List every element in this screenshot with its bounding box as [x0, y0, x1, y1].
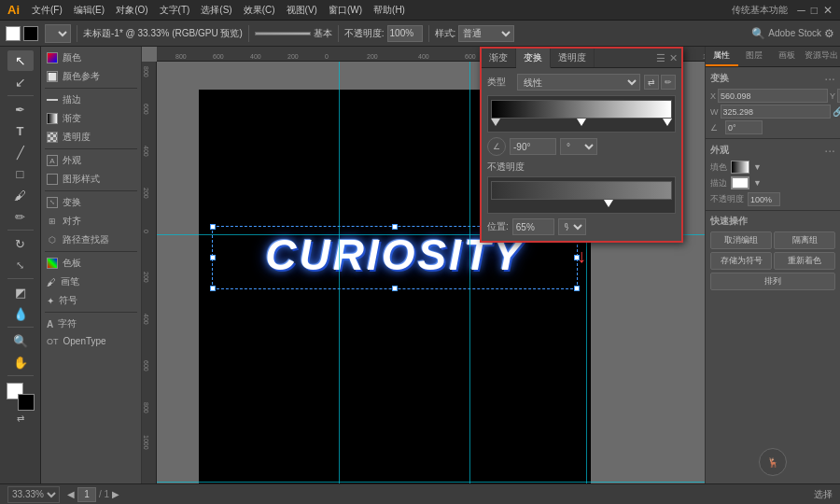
hand-tool[interactable]: ✋	[7, 352, 34, 372]
position-unit[interactable]: %	[558, 218, 586, 235]
grad-stop-mid[interactable]	[577, 119, 586, 126]
tab-properties[interactable]: 属性	[706, 47, 738, 66]
y-label: Y	[830, 91, 835, 101]
zoom-tool[interactable]: 🔍	[7, 330, 34, 351]
angle-input-prop[interactable]	[725, 120, 763, 134]
ungroup-btn[interactable]: 取消编组	[710, 231, 772, 249]
opacity-bar[interactable]	[491, 181, 672, 200]
gradient-bar[interactable]	[491, 100, 672, 119]
fill-swatch[interactable]	[731, 161, 749, 174]
scale-tool[interactable]: ⤡	[7, 255, 34, 275]
arrange-btn[interactable]: 排列	[710, 273, 835, 290]
tab-touming[interactable]: 透明度	[551, 49, 595, 67]
type-select[interactable]: 线性	[517, 74, 640, 91]
side-transform-item[interactable]: ⤡ 变换	[41, 193, 141, 212]
gradient-tool[interactable]: ◩	[7, 282, 34, 302]
panel-close-icon[interactable]: ✕	[669, 52, 678, 64]
tab-jianbian[interactable]: 渐变	[482, 49, 516, 67]
text-tool[interactable]: T	[7, 120, 34, 141]
prev-page-btn[interactable]: ◀	[67, 489, 75, 499]
side-char-item[interactable]: A 字符	[41, 315, 141, 333]
style-select[interactable]: 普通	[458, 25, 514, 42]
opacity-val-input[interactable]	[748, 192, 780, 206]
menu-edit[interactable]: 编辑(E)	[69, 2, 109, 19]
next-page-btn[interactable]: ▶	[112, 489, 119, 499]
right-properties-panel: 属性 图层 画板 资源导出 变换 ··· X Y W 🔗 H	[705, 47, 840, 483]
stroke-arrow[interactable]: ▼	[753, 178, 762, 188]
link-icon[interactable]: 🔗	[833, 106, 841, 117]
close-btn[interactable]: ✕	[823, 4, 833, 17]
grad-reverse-icon[interactable]: ⇄	[644, 75, 659, 90]
menu-object[interactable]: 对象(O)	[111, 2, 152, 19]
fill-arrow[interactable]: ▼	[753, 162, 762, 172]
canvas-area[interactable]: 800 600 400 200 0 200 400 600 800 1000 1…	[142, 47, 705, 483]
tab-artboards[interactable]: 画板	[770, 47, 803, 66]
side-opentype-item[interactable]: OT OpenType	[41, 333, 141, 349]
color-fill-indicator[interactable]	[6, 26, 21, 41]
panel-tabs: 渐变 变换 透明度 ☰ ✕	[482, 49, 681, 68]
minimize-btn[interactable]: ─	[797, 4, 805, 17]
rotate-tool[interactable]: ↻	[7, 233, 34, 254]
opacity-slider-handle[interactable]	[604, 200, 613, 207]
menu-window[interactable]: 窗口(W)	[324, 2, 367, 19]
pen-tool[interactable]: ✒	[7, 99, 34, 119]
side-brush-item[interactable]: 🖌 画笔	[41, 273, 141, 291]
panel-body: 类型 线性 ⇄ ✏	[482, 68, 681, 241]
panel-menu-icon[interactable]: ☰	[656, 52, 665, 64]
line-tool[interactable]: ╱	[7, 142, 34, 162]
tool-select[interactable]: ↖	[45, 24, 71, 43]
search-icon[interactable]: 🔍	[751, 27, 765, 40]
page-input[interactable]	[77, 487, 96, 502]
tab-bianhuan[interactable]: 变换	[516, 49, 551, 68]
swap-colors-icon[interactable]: ⇄	[17, 413, 24, 424]
side-gradient-item[interactable]: 渐变	[41, 109, 141, 128]
side-swatch-item[interactable]: 色板	[41, 254, 141, 273]
side-symbol-item[interactable]: ✦ 符号	[41, 291, 141, 310]
direct-select-tool[interactable]: ↙	[7, 72, 34, 92]
pencil-tool[interactable]: ✏	[7, 206, 34, 227]
position-input[interactable]	[512, 218, 554, 235]
side-color-ref-item[interactable]: ⬜ 颜色参考	[41, 67, 141, 86]
color-stroke-indicator[interactable]	[23, 26, 38, 41]
menu-view[interactable]: 视图(V)	[282, 2, 322, 19]
x-input[interactable]	[718, 89, 828, 103]
side-stroke-item[interactable]: 描边	[41, 91, 141, 109]
menu-help[interactable]: 帮助(H)	[369, 2, 410, 19]
side-pathfinder-item[interactable]: ⬡ 路径查找器	[41, 231, 141, 249]
stroke-swatch[interactable]	[731, 176, 749, 189]
angle-input[interactable]	[510, 138, 556, 155]
maximize-btn[interactable]: □	[811, 4, 818, 17]
side-opacity-item[interactable]: 透明度	[41, 128, 141, 147]
tab-export[interactable]: 资源导出	[803, 47, 840, 66]
menu-text[interactable]: 文字(T)	[155, 2, 195, 19]
type-label: 类型	[487, 76, 513, 89]
appearance-dots[interactable]: ···	[824, 143, 835, 158]
tab-layers[interactable]: 图层	[738, 47, 771, 66]
stroke-color-swatch[interactable]	[18, 394, 35, 411]
angle-unit-select[interactable]: °	[560, 138, 597, 155]
recolor-btn[interactable]: 重新着色	[774, 252, 835, 270]
side-appearance-item[interactable]: A 外观	[41, 151, 141, 170]
appearance-section: 外观 ··· 填色 ▼ 描边 ▼ 不透明度	[706, 139, 840, 211]
grad-edit-icon[interactable]: ✏	[661, 75, 676, 90]
transform-dots[interactable]: ···	[824, 71, 835, 86]
opacity-input[interactable]	[387, 25, 423, 42]
select-tool[interactable]: ↖	[7, 50, 34, 71]
side-graphicstyle-item[interactable]: 图形样式	[41, 170, 141, 189]
zoom-select[interactable]: 33.33%	[7, 486, 60, 503]
menu-file[interactable]: 文件(F)	[27, 2, 67, 19]
grad-stop-left[interactable]	[491, 119, 500, 126]
isolate-btn[interactable]: 隔离组	[774, 231, 835, 249]
side-color-item[interactable]: 颜色	[41, 49, 141, 67]
save-symbol-btn[interactable]: 存储为符号	[710, 252, 772, 270]
shape-tool[interactable]: □	[7, 163, 34, 184]
eyedropper-tool[interactable]: 💧	[7, 303, 34, 324]
menu-effect[interactable]: 效果(C)	[239, 2, 280, 19]
settings-icon[interactable]: ⚙	[824, 27, 834, 40]
side-align-item[interactable]: ⊞ 对齐	[41, 212, 141, 231]
grad-stop-right[interactable]	[663, 119, 672, 126]
w-input[interactable]	[721, 105, 831, 119]
brush-tool[interactable]: 🖌	[7, 185, 34, 205]
menu-select[interactable]: 选择(S)	[196, 2, 236, 19]
window-title: 传统基本功能	[732, 4, 788, 17]
